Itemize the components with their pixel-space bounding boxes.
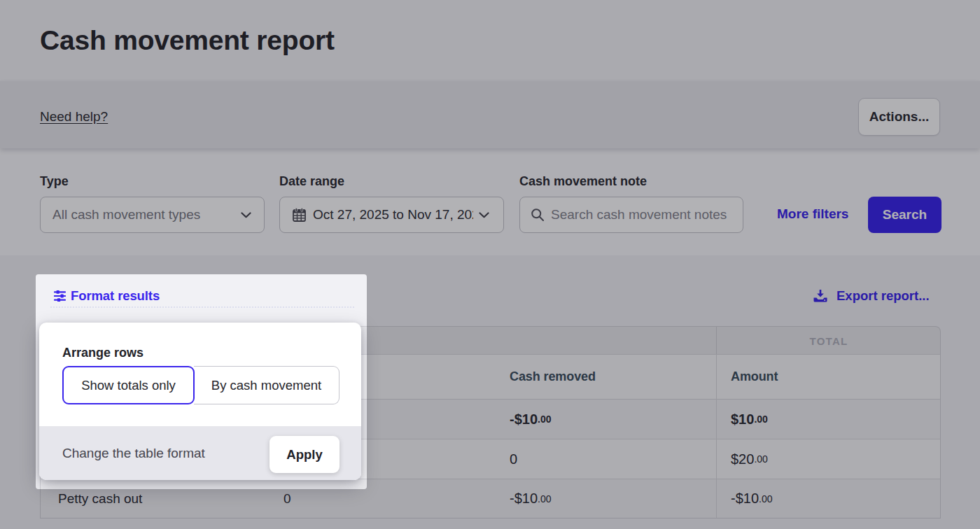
format-results-label: Format results [71,288,160,304]
highlight-dotted-line [50,306,354,308]
actions-bar: Need help? Actions... [0,81,980,148]
filters-bar: Type All cash movement types Date range [0,148,980,255]
table-cell: -$10.00 [716,479,941,518]
option-show-totals-only[interactable]: Show totals only [62,366,195,404]
page-title: Cash movement report [40,25,335,56]
table-cell: 0 [272,479,496,518]
popover-footer: Change the table format Apply [39,426,361,480]
note-label: Cash movement note [519,174,647,189]
table-cell: $20.00 [716,439,941,479]
export-report-link[interactable]: Export report... [813,288,927,304]
table-cell: -$10.00 [496,400,716,439]
actions-button[interactable]: Actions... [858,98,940,136]
apply-button[interactable]: Apply [270,436,340,473]
type-label: Type [40,174,69,189]
type-select[interactable]: All cash movement types [40,197,265,233]
calendar-icon [293,208,306,222]
page-header: Cash movement report [0,0,980,81]
column-header: Cash removed [496,355,716,399]
date-range-value: Oct 27, 2025 to Nov 17, 2025 [313,207,473,223]
table-cell: -$10.00 [496,479,716,518]
table-cell: $10.00 [716,400,941,439]
need-help-link[interactable]: Need help? [40,109,108,125]
chevron-down-icon [241,212,251,218]
sliders-icon [54,290,66,302]
download-icon [813,290,827,302]
option-by-cash-movement[interactable]: By cash movement [194,366,340,404]
note-search-input[interactable]: Search cash movement notes [519,197,743,233]
column-header: Amount [716,355,941,399]
arrange-rows-label: Arrange rows [62,346,144,360]
group-header-total: TOTAL [716,327,941,355]
table-cell: Petty cash out [41,479,272,518]
popover-footer-text: Change the table format [62,426,205,480]
note-search-placeholder: Search cash movement notes [551,207,727,223]
type-select-value: All cash movement types [52,207,200,223]
export-report-label: Export report... [836,288,930,304]
format-results-button[interactable]: Format results [54,288,160,304]
date-range-label: Date range [279,174,344,189]
search-button[interactable]: Search [868,197,941,233]
chevron-down-icon [479,212,489,218]
more-filters-link[interactable]: More filters [777,206,848,222]
search-icon [531,208,545,222]
table-cell: 0 [496,439,716,479]
date-range-picker[interactable]: Oct 27, 2025 to Nov 17, 2025 [279,197,504,233]
arrange-rows-segmented-control: Show totals only By cash movement [62,366,340,404]
table-row: Petty cash out0-$10.00-$10.00 [40,479,941,519]
